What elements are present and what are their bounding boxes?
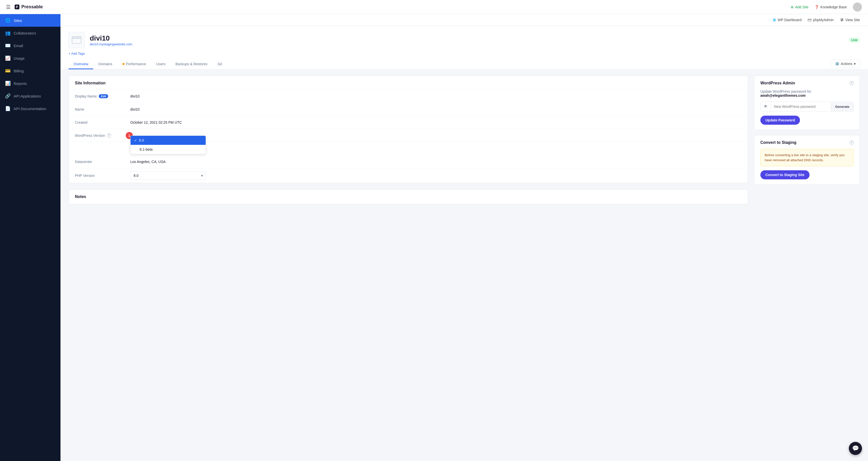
edit-display-name-button[interactable]: Edit	[99, 94, 108, 98]
performance-dot	[123, 63, 124, 65]
sidebar-item-label: Collaborators	[13, 31, 36, 35]
sidebar-item-label: Sites	[13, 19, 22, 23]
site-information-card: Site Information Display Name Edit divi1…	[68, 75, 748, 183]
php-version-value: 8.0 7.4 7.3 ▾	[124, 168, 748, 183]
notes-card: Notes	[68, 189, 748, 204]
php-version-label: PHP Version	[69, 170, 124, 180]
wp-admin-email: awah@elegantthemes.com	[761, 94, 806, 98]
billing-icon: 💳	[5, 68, 10, 73]
chevron-down-icon: ▾	[854, 62, 856, 66]
created-value: October 12, 2021 02:25 PM UTC	[124, 118, 748, 128]
password-row: 👁 Generate	[761, 101, 854, 111]
sidebar-item-label: API Applications	[13, 94, 41, 98]
live-badge: Live	[849, 37, 860, 42]
tab-backups[interactable]: Backups & Restores	[170, 60, 213, 69]
email-icon: ✉️	[5, 43, 10, 48]
tab-git[interactable]: Git	[213, 60, 227, 69]
staging-title-text: Convert to Staging	[761, 140, 797, 145]
right-panel: WordPress Admin ? Update WordPress passw…	[754, 75, 860, 185]
checkmark-icon: ✓	[134, 138, 137, 142]
sidebar-item-label: Usage	[13, 56, 25, 61]
display-name-row: Display Name Edit divi10	[69, 90, 748, 103]
logo-box: P	[14, 4, 20, 9]
content-area: Site Information Display Name Edit divi1…	[61, 69, 868, 210]
staging-title-row: Convert to Staging ?	[754, 135, 860, 149]
wp-version-option-6-1-beta[interactable]: 6.1-beta	[130, 145, 206, 154]
sidebar-item-billing[interactable]: 💳 Billing	[0, 65, 61, 77]
collaborators-icon: 👥	[5, 30, 10, 36]
tab-performance[interactable]: Performance	[118, 60, 151, 69]
sidebar-item-api-documentation[interactable]: 📄 API Documentation	[0, 102, 61, 115]
sidebar-item-sites[interactable]: 🌐 Sites	[0, 14, 61, 27]
wp-version-help-icon[interactable]: ?	[107, 133, 111, 137]
created-label: Created	[69, 118, 124, 128]
tabs-nav: Overview Domains Performance Users Backu…	[68, 60, 860, 69]
chat-button[interactable]: 💬	[849, 442, 862, 455]
wp-admin-title-row: WordPress Admin ?	[754, 76, 860, 90]
logo-text: Pressable	[22, 4, 43, 9]
sidebar-item-api-applications[interactable]: 🔗 API Applications	[0, 90, 61, 102]
site-url[interactable]: divi10.mystagingwebsite.com	[90, 42, 132, 46]
wp-version-row: WordPress Version ? 1	[69, 129, 748, 142]
notes-title: Notes	[69, 190, 748, 204]
logo: P Pressable	[14, 4, 43, 9]
wp-dashboard-link[interactable]: ⊕ WP Dashboard	[773, 17, 802, 23]
datacenter-label: Datacenter	[69, 157, 124, 167]
site-information-title: Site Information	[69, 76, 748, 90]
wp-admin-subtitle: Update WordPress password for awah@elega…	[754, 90, 860, 101]
tab-users[interactable]: Users	[151, 60, 170, 69]
eye-icon[interactable]: 👁	[761, 102, 771, 111]
api-documentation-icon: 📄	[5, 106, 10, 111]
api-applications-icon: 🔗	[5, 93, 10, 99]
plus-circle-icon: ⊕	[790, 5, 794, 9]
sub-header: ⊕ WP Dashboard 🗃 phpMyAdmin 🖥 View Site	[61, 14, 868, 26]
add-site-button[interactable]: ⊕ Add Site	[790, 5, 808, 9]
wp-admin-card: WordPress Admin ? Update WordPress passw…	[754, 75, 860, 130]
sites-icon: 🌐	[5, 18, 10, 23]
hamburger-menu[interactable]: ☰	[6, 4, 10, 10]
tab-domains[interactable]: Domains	[93, 60, 117, 69]
wp-admin-help-icon[interactable]: ?	[849, 81, 854, 85]
view-site-link[interactable]: 🖥 View Site	[840, 18, 860, 22]
name-value: divi10	[124, 104, 748, 114]
add-tags-button[interactable]: + Add Tags	[68, 52, 85, 56]
site-header: divi10 divi10.mystagingwebsite.com Live …	[61, 26, 868, 69]
main-content: ⊕ WP Dashboard 🗃 phpMyAdmin 🖥 View Site	[61, 14, 868, 461]
wp-version-value: 1 ✓ 6.0 6.	[124, 132, 748, 138]
sidebar-item-email[interactable]: ✉️ Email	[0, 39, 61, 52]
datacenter-row: Datacenter Los Angeles, CA, USA	[69, 155, 748, 168]
sidebar-item-label: Reports	[13, 81, 27, 86]
wp-version-label: WordPress Version ?	[69, 131, 124, 140]
reports-icon: 📊	[5, 80, 10, 86]
gear-icon: ⚙️	[835, 62, 839, 66]
name-label: Name	[69, 104, 124, 114]
site-thumbnail	[68, 32, 85, 48]
actions-button[interactable]: ⚙️ Actions ▾	[831, 60, 860, 68]
php-version-row: PHP Version 8.0 7.4 7.3 ▾	[69, 168, 748, 183]
site-title: divi10	[90, 34, 132, 42]
staging-warning: Before converting a live site to a stagi…	[761, 149, 854, 166]
update-password-button[interactable]: Update Password	[761, 116, 800, 125]
new-password-input[interactable]	[771, 102, 831, 111]
convert-staging-button[interactable]: Convert to Staging Site	[761, 170, 809, 179]
sidebar-item-label: Billing	[13, 69, 24, 73]
wp-version-dropdown[interactable]: ✓ 6.0 6.1-beta	[130, 135, 206, 154]
sidebar-item-label: Email	[13, 43, 23, 48]
external-link-icon: 🖥	[840, 18, 844, 22]
generate-button[interactable]: Generate	[831, 102, 854, 111]
display-name-value: divi10	[124, 91, 748, 101]
sidebar-item-usage[interactable]: 📈 Usage	[0, 52, 61, 65]
knowledge-base-link[interactable]: ❓ Knowledge Base	[814, 5, 847, 9]
convert-staging-card: Convert to Staging ? Before converting a…	[754, 135, 860, 185]
tab-overview[interactable]: Overview	[68, 60, 93, 69]
php-version-select[interactable]: 8.0 7.4 7.3	[130, 171, 206, 180]
user-avatar[interactable]	[853, 2, 862, 11]
info-table: Display Name Edit divi10 Name divi10	[69, 90, 748, 183]
help-circle-icon: ❓	[814, 5, 819, 9]
staging-help-icon[interactable]: ?	[849, 140, 854, 144]
sidebar-item-collaborators[interactable]: 👥 Collaborators	[0, 27, 61, 39]
sidebar-item-reports[interactable]: 📊 Reports	[0, 77, 61, 90]
svg-rect-1	[72, 36, 81, 38]
phpmyadmin-link[interactable]: 🗃 phpMyAdmin	[807, 18, 834, 22]
wp-version-option-6-0[interactable]: ✓ 6.0	[130, 136, 206, 145]
